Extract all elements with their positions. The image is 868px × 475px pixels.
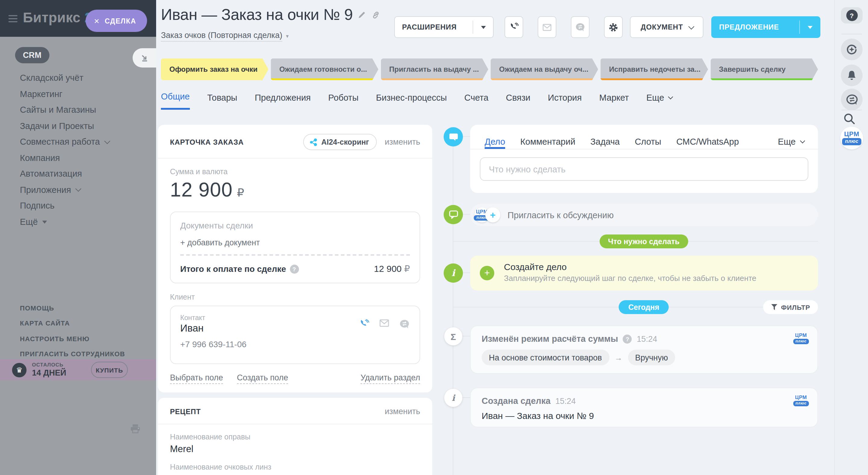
tab-robots[interactable]: Роботы [328, 92, 358, 110]
crm-badge[interactable]: CRM [15, 47, 50, 63]
hamburger-menu-icon[interactable] [8, 15, 18, 22]
tab-relations[interactable]: Связи [506, 92, 530, 110]
chat-arrows-icon [845, 94, 858, 105]
invite-to-discussion[interactable]: ЦРМплюс + Пригласить к обсуждению [470, 204, 818, 226]
help-question-icon[interactable]: ? [623, 334, 632, 343]
timeline-entry-sum-mode[interactable]: Изменён режим расчёта суммы ? 15:24 ЦРМп… [470, 325, 818, 374]
sidebar-item-marketing[interactable]: Маркетинг [20, 86, 108, 102]
add-document-link[interactable]: + добавить документ [180, 238, 410, 247]
envelope-icon[interactable] [379, 319, 390, 327]
tab-comment[interactable]: Комментарий [520, 134, 575, 149]
open-lines-button[interactable] [571, 16, 590, 38]
email-button[interactable] [538, 16, 556, 38]
edit-title-icon[interactable] [358, 11, 366, 19]
sidebar-item-more[interactable]: Ещё [20, 214, 108, 230]
dropdown-icon[interactable] [808, 26, 812, 29]
sidebar-item-automation[interactable]: Автоматизация [20, 166, 108, 182]
amount-label: Сумма и валюта [170, 167, 420, 176]
extensions-button[interactable]: РАСШИРЕНИЯ [394, 16, 494, 38]
sidebar-footer-links: ПОМОЩЬ КАРТА САЙТА НАСТРОИТЬ МЕНЮ ПРИГЛА… [20, 300, 125, 362]
help-question-icon[interactable]: ? [290, 264, 299, 273]
tab-business-processes[interactable]: Бизнес-процессы [376, 92, 447, 110]
ai-scoring-badge[interactable]: AI24-скоринг [303, 134, 377, 150]
tab-quotes[interactable]: Предложения [255, 92, 311, 110]
sidebar-collapse-button[interactable] [133, 48, 156, 67]
todo-input[interactable] [480, 157, 808, 181]
sidebar-item-apps[interactable]: Приложения [20, 182, 108, 198]
filter-button[interactable]: ФИЛЬТР [763, 300, 818, 314]
stage-awaiting-readiness[interactable]: Ожидаем готовности о... [271, 59, 378, 80]
tab-general[interactable]: Общие [161, 92, 190, 110]
crm-plus-logo: ЦРМплюс [793, 395, 809, 406]
recipe-edit-link[interactable]: изменить [385, 407, 420, 416]
copilot-icon [846, 43, 858, 56]
chat-arrows-icon [575, 22, 585, 32]
sidebar-item-signature[interactable]: Подпись [20, 198, 108, 214]
notifications-button[interactable] [841, 64, 863, 86]
tab-products[interactable]: Товары [207, 92, 237, 110]
tab-task[interactable]: Задача [590, 134, 620, 149]
help-button[interactable]: ? [841, 7, 863, 24]
create-activity-hint-card[interactable]: + Создайте дело Запланируйте следующий ш… [470, 256, 818, 290]
entry-body-text: Иван — Заказ на очки № 9 [482, 411, 807, 421]
close-icon[interactable]: × [94, 16, 99, 25]
delete-section-link[interactable]: Удалить раздел [361, 373, 420, 384]
stage-awaiting-pickup[interactable]: Ожидаем на выдачу оч... [491, 59, 598, 80]
tab-more[interactable]: Еще [647, 92, 672, 110]
total-value: 12 900 ₽ [374, 263, 410, 274]
messenger-button[interactable] [841, 89, 863, 110]
sidebar-item-company[interactable]: Компания [20, 150, 108, 166]
printer-icon[interactable] [130, 424, 141, 436]
copilot-button[interactable] [841, 39, 863, 60]
divider [841, 110, 862, 110]
crown-icon: ♛ [12, 362, 27, 377]
sidebar-item-warehouse[interactable]: Складской учёт [20, 70, 108, 86]
dropdown-icon[interactable] [481, 26, 486, 29]
proposal-button[interactable]: ПРЕДЛОЖЕНИЕ [711, 16, 820, 38]
sidebar-item-sites[interactable]: Сайты и Магазины [20, 102, 108, 118]
contact-name[interactable]: Иван [180, 322, 205, 334]
crm-plus-button[interactable]: ЦРМплюс [840, 127, 863, 150]
collapse-arrow-icon [140, 54, 149, 62]
tab-market[interactable]: Маркет [599, 92, 629, 110]
tab-timeline-more[interactable]: Еще [778, 136, 804, 146]
sidebar-item-tasks[interactable]: Задачи и Проекты [20, 118, 108, 134]
timeline-entry-deal-created[interactable]: Создана сделка 15:24 ЦРМплюс Иван — Зака… [470, 388, 818, 428]
chevron-down-icon [104, 138, 110, 144]
stage-invite-pickup[interactable]: Пригласить на выдачу ... [381, 59, 488, 80]
tab-sms-whatsapp[interactable]: СМС/WhatsApp [676, 134, 739, 149]
copy-link-icon[interactable] [372, 10, 381, 19]
sidebar-link-help[interactable]: ПОМОЩЬ [20, 300, 125, 316]
sidebar-link-configure-menu[interactable]: НАСТРОИТЬ МЕНЮ [20, 331, 125, 346]
today-badge[interactable]: Сегодня [619, 300, 669, 314]
tab-invoices[interactable]: Счета [464, 92, 489, 110]
deal-category-selector[interactable]: Заказ очков (Повторная сделка) [161, 31, 282, 41]
search-button[interactable] [843, 113, 855, 127]
choose-field-link[interactable]: Выбрать поле [170, 373, 223, 384]
speech-bubble-icon [449, 133, 458, 141]
gear-icon [608, 22, 618, 32]
frame-name-value[interactable]: Merel [170, 444, 420, 454]
tab-activity[interactable]: Дело [485, 134, 505, 149]
tab-slots[interactable]: Слоты [635, 134, 661, 149]
stage-close-deal[interactable]: Завершить сделку [710, 59, 818, 80]
settings-button[interactable] [604, 16, 623, 38]
bitrix24-deal-page: Битрикс 24 × СДЕЛКА CRM Складской учёт М… [0, 0, 868, 475]
sidebar-link-sitemap[interactable]: КАРТА САЙТА [20, 316, 125, 331]
tab-history[interactable]: История [548, 92, 582, 110]
stage-fix-defects[interactable]: Исправить недочеты за... [601, 59, 708, 80]
buy-button[interactable]: КУПИТЬ [91, 362, 128, 378]
order-card-edit-link[interactable]: изменить [385, 137, 420, 147]
deal-amount[interactable]: 12 900 [170, 179, 233, 201]
add-participant-icon[interactable]: + [485, 208, 500, 222]
chat-arrows-icon[interactable] [399, 319, 410, 329]
stage-place-order[interactable]: Оформить заказ на очки [161, 59, 269, 80]
deal-entity-badge[interactable]: × СДЕЛКА [86, 10, 147, 32]
plus-icon[interactable]: + [480, 266, 494, 280]
sidebar-item-collaboration[interactable]: Совместная работа [20, 134, 108, 150]
contact-phone[interactable]: +7 996 639-11-06 [180, 339, 410, 349]
create-field-link[interactable]: Создать поле [237, 373, 288, 384]
document-button[interactable]: ДОКУМЕНТ [630, 16, 704, 38]
phone-icon[interactable] [359, 319, 370, 329]
call-button[interactable] [504, 16, 523, 38]
